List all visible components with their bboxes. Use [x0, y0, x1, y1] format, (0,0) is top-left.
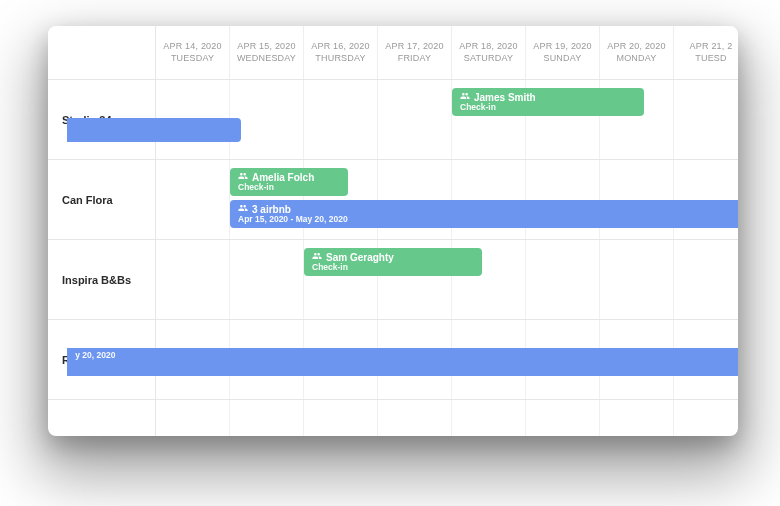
- row-cells: James SmithCheck-in: [156, 80, 738, 159]
- calendar-cell[interactable]: [156, 240, 230, 319]
- column-day: WEDNESDAY: [237, 53, 296, 65]
- booking-james-smith[interactable]: James SmithCheck-in: [452, 88, 644, 116]
- row-cells: Sam GeraghtyCheck-in: [156, 240, 738, 319]
- calendar-cell[interactable]: [674, 80, 738, 159]
- calendar-row: Redstone Villasy 20, 2020: [48, 320, 738, 400]
- property-label: [48, 400, 156, 436]
- calendar-cell[interactable]: [304, 80, 378, 159]
- column-header[interactable]: APR 21, 2TUESD: [674, 26, 738, 79]
- calendar-cell: [452, 400, 526, 436]
- column-day: TUESD: [695, 53, 727, 65]
- booking-sam-geraghty[interactable]: Sam GeraghtyCheck-in: [304, 248, 482, 276]
- calendar-cell[interactable]: [600, 240, 674, 319]
- booking-subtitle: Apr 15, 2020 - May 20, 2020: [238, 215, 348, 224]
- calendar-cell: [378, 400, 452, 436]
- column-header[interactable]: APR 15, 2020WEDNESDAY: [230, 26, 304, 79]
- booking-redstone-blue[interactable]: y 20, 2020: [67, 348, 738, 376]
- column-date: APR 14, 2020: [163, 41, 221, 53]
- row-cells: [156, 400, 738, 436]
- calendar-cell: [304, 400, 378, 436]
- column-date: APR 18, 2020: [459, 41, 517, 53]
- calendar-row: Studio 34James SmithCheck-in: [48, 80, 738, 160]
- column-header[interactable]: APR 19, 2020SUNDAY: [526, 26, 600, 79]
- column-date: APR 16, 2020: [311, 41, 369, 53]
- column-day: SATURDAY: [464, 53, 513, 65]
- calendar-cell[interactable]: [156, 160, 230, 239]
- booking-3-airbnb[interactable]: 3 airbnbApr 15, 2020 - May 20, 2020: [230, 200, 738, 228]
- calendar-cell: [230, 400, 304, 436]
- calendar-row: Inspira B&BsSam GeraghtyCheck-in: [48, 240, 738, 320]
- column-date: APR 15, 2020: [237, 41, 295, 53]
- calendar-cell: [156, 400, 230, 436]
- calendar-cell[interactable]: [230, 240, 304, 319]
- calendar-cell[interactable]: [526, 240, 600, 319]
- calendar-row-empty: [48, 400, 738, 436]
- booking-subtitle: Check-in: [460, 103, 536, 112]
- property-label[interactable]: Inspira B&Bs: [48, 240, 156, 319]
- column-day: MONDAY: [616, 53, 656, 65]
- column-header[interactable]: APR 17, 2020FRIDAY: [378, 26, 452, 79]
- column-header[interactable]: APR 20, 2020MONDAY: [600, 26, 674, 79]
- column-date: APR 20, 2020: [607, 41, 665, 53]
- calendar-cell: [674, 400, 738, 436]
- booking-subtitle: Check-in: [312, 263, 394, 272]
- people-icon: [238, 171, 248, 181]
- row-cells: y 20, 2020: [156, 320, 738, 399]
- column-date: APR 19, 2020: [533, 41, 591, 53]
- column-header[interactable]: APR 16, 2020THURSDAY: [304, 26, 378, 79]
- column-day: THURSDAY: [315, 53, 365, 65]
- people-icon: [460, 91, 470, 101]
- column-day: FRIDAY: [398, 53, 432, 65]
- calendar-cell[interactable]: [674, 240, 738, 319]
- calendar-cell[interactable]: [230, 80, 304, 159]
- people-icon: [312, 251, 322, 261]
- column-day: SUNDAY: [543, 53, 581, 65]
- column-date: APR 17, 2020: [385, 41, 443, 53]
- header-corner: [48, 26, 156, 79]
- calendar-row: Can FloraAmelia FolchCheck-in3 airbnbApr…: [48, 160, 738, 240]
- calendar-header: APR 14, 2020TUESDAYAPR 15, 2020WEDNESDAY…: [48, 26, 738, 80]
- people-icon: [238, 203, 248, 213]
- column-date: APR 21, 2: [690, 41, 733, 53]
- booking-amelia-folch[interactable]: Amelia FolchCheck-in: [230, 168, 348, 196]
- property-label[interactable]: Can Flora: [48, 160, 156, 239]
- row-cells: Amelia FolchCheck-in3 airbnbApr 15, 2020…: [156, 160, 738, 239]
- calendar-cell: [600, 400, 674, 436]
- calendar-cell: [526, 400, 600, 436]
- booking-subtitle: y 20, 2020: [75, 351, 115, 360]
- calendar-card: APR 14, 2020TUESDAYAPR 15, 2020WEDNESDAY…: [48, 26, 738, 436]
- booking-studio34-blue[interactable]: [67, 118, 241, 142]
- column-day: TUESDAY: [171, 53, 214, 65]
- column-header[interactable]: APR 14, 2020TUESDAY: [156, 26, 230, 79]
- booking-subtitle: Check-in: [238, 183, 314, 192]
- calendar-cell[interactable]: [378, 80, 452, 159]
- column-header[interactable]: APR 18, 2020SATURDAY: [452, 26, 526, 79]
